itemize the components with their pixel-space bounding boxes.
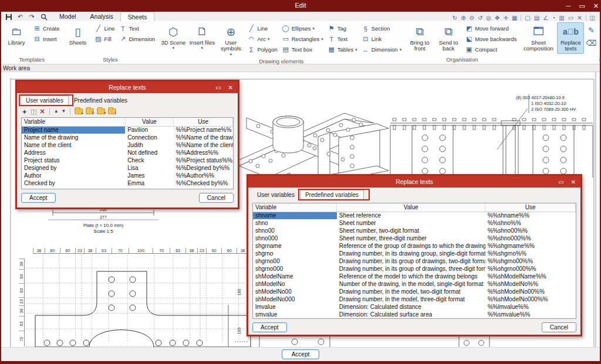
library-button[interactable]: 🗀 Library bbox=[3, 22, 30, 54]
refresh-icon[interactable]: ↺ bbox=[478, 15, 482, 21]
refresh-folder-icon[interactable]: ↻ bbox=[86, 108, 94, 114]
sheet-composition-button[interactable]: 🗔 Sheet composition bbox=[521, 22, 555, 54]
table-row[interactable]: shgrno000Drawing number, in its group of… bbox=[253, 265, 576, 273]
minimize-button[interactable]: ─ bbox=[566, 2, 571, 9]
table-row[interactable]: shnameSheet reference%%shname%% bbox=[253, 212, 576, 219]
dimension-style-button[interactable]: ↗ Dimension bbox=[117, 34, 156, 44]
protractor-icon[interactable]: ∠ bbox=[543, 15, 548, 21]
sheets-style-button[interactable]: ▯ Sheets bbox=[65, 22, 92, 54]
move-backwards-button[interactable]: ⬕ Move backwards bbox=[464, 34, 518, 44]
dialog-close-button[interactable]: ✕ bbox=[571, 179, 576, 185]
table-row[interactable]: Project statusCheck%%Project status%% bbox=[22, 157, 233, 164]
tab-model[interactable]: Model bbox=[52, 12, 83, 21]
section-button[interactable]: § Section bbox=[360, 23, 403, 33]
close-view-icon[interactable]: ✕ bbox=[577, 15, 582, 21]
pan-icon[interactable]: ✥ bbox=[495, 15, 499, 21]
save-icon[interactable] bbox=[5, 13, 12, 21]
dimension-button[interactable]: ↔ Dimension▾ bbox=[360, 45, 403, 55]
create-template-button[interactable]: ⊞ Create bbox=[32, 23, 61, 33]
dialog-title-bar[interactable]: Replace texts ▭ ✕ bbox=[17, 81, 238, 93]
tab-user-variables[interactable]: User variables bbox=[21, 96, 69, 106]
add-variable-icon[interactable]: ＋ bbox=[21, 108, 28, 115]
table-row[interactable]: Project namePavilion%%Project name%% bbox=[22, 126, 233, 134]
column-header-value[interactable]: Value bbox=[125, 118, 174, 126]
3d-scene-button[interactable]: ⬡ 3D Scene ▾ bbox=[160, 22, 187, 54]
bring-to-front-button[interactable]: ⧉ Bring to front bbox=[406, 22, 433, 54]
ellipses-button[interactable]: ◯ Ellipses▾ bbox=[281, 23, 325, 33]
grid-icon[interactable]: ▥ bbox=[559, 15, 564, 21]
table-row[interactable]: shgrno00Drawing number, in its group of … bbox=[253, 257, 576, 265]
text-style-button[interactable]: T Text bbox=[117, 23, 156, 33]
fill-style-button[interactable]: ▨ Fill bbox=[93, 34, 116, 44]
zoom-orbit-icon[interactable]: ↻ bbox=[453, 15, 457, 21]
redo-icon[interactable]: ↷ bbox=[28, 13, 36, 21]
tab-predefined-variables[interactable]: Predefined variables bbox=[300, 190, 364, 200]
move-up-icon[interactable]: ▲ bbox=[54, 108, 59, 115]
dialog-maximize-button[interactable]: ▭ bbox=[558, 179, 563, 185]
table-row[interactable]: Designed byLisa%%Designed by%% bbox=[22, 164, 233, 172]
column-header-use[interactable]: Use bbox=[485, 203, 576, 212]
close-button[interactable]: ✕ bbox=[593, 2, 599, 10]
import-folder-icon[interactable]: ▾ bbox=[97, 108, 105, 114]
eraser-icon[interactable]: ⌫ bbox=[586, 38, 596, 48]
table-row[interactable]: shModelNo000Drawing number, in the model… bbox=[253, 295, 576, 303]
table-row[interactable]: shno000Sheet number, three-digit number%… bbox=[253, 234, 576, 242]
dialog-maximize-button[interactable]: ▭ bbox=[215, 84, 221, 91]
delete-variable-icon[interactable]: ✕ bbox=[39, 108, 45, 115]
open-folder-icon[interactable]: ▸ bbox=[75, 108, 83, 114]
zoom-window-icon[interactable]: ◎ bbox=[486, 15, 491, 21]
accept-button[interactable]: Accept bbox=[252, 322, 287, 332]
cancel-button[interactable]: Cancel bbox=[542, 322, 576, 332]
table-row[interactable]: shModelNoNumber of the drawing, in the m… bbox=[253, 280, 576, 288]
dialog-title-bar[interactable]: Replace texts ▭ ✕ bbox=[248, 176, 580, 188]
rectangles-button[interactable]: ▭ Rectangles▾ bbox=[281, 34, 325, 44]
table-row[interactable]: AuthorJames%%Author%% bbox=[22, 172, 233, 179]
clock-icon[interactable]: ◔ bbox=[552, 15, 555, 21]
undo-icon[interactable]: ↶ bbox=[16, 13, 24, 21]
dialog-close-button[interactable]: ✕ bbox=[228, 84, 233, 91]
cancel-button[interactable]: Cancel bbox=[199, 193, 234, 203]
compact-button[interactable]: ▣ Compact bbox=[464, 45, 518, 55]
line-button[interactable]: ╱ Line bbox=[246, 23, 278, 33]
table-row[interactable]: Checked byEmma%%Checked by%% bbox=[22, 179, 233, 187]
arc-button[interactable]: ◠ Arc▾ bbox=[246, 34, 278, 44]
table-row[interactable]: shModelNo00Drawing number, in the model,… bbox=[253, 288, 576, 295]
user-symbols-button[interactable]: ⊕ User symbols ▾ bbox=[217, 22, 244, 57]
table-row[interactable]: AddressNot defined%%Address%% bbox=[22, 149, 233, 157]
column-header-value[interactable]: Value bbox=[337, 203, 485, 212]
replace-texts-button[interactable]: a⃕b Replace texts bbox=[557, 22, 584, 54]
screen-icon[interactable]: ▦ bbox=[512, 15, 517, 21]
pencil-icon[interactable]: ✎ bbox=[586, 25, 596, 35]
text-box-button[interactable]: ▤ Text box bbox=[281, 45, 325, 55]
tag-button[interactable]: ⚑ Tag bbox=[326, 23, 359, 33]
move-forward-button[interactable]: ◩ Move forward bbox=[464, 23, 518, 33]
table-row[interactable]: smvalueDimension: Calculated surface are… bbox=[253, 311, 576, 318]
accept-button[interactable]: Accept bbox=[21, 193, 56, 203]
line-style-button[interactable]: ╱ Line bbox=[93, 23, 116, 33]
comment-icon[interactable]: ▭ bbox=[568, 15, 573, 21]
tables-button[interactable]: ▦ Tables▾ bbox=[326, 45, 359, 55]
tab-analysis[interactable]: Analysis bbox=[83, 12, 120, 21]
status-accept-button[interactable]: Accept bbox=[282, 349, 320, 359]
insert-template-button[interactable]: ⊟ Insert bbox=[32, 34, 61, 44]
column-header-use[interactable]: Use bbox=[174, 118, 233, 126]
table-row[interactable]: shno00Sheet number, two-digit format%%sh… bbox=[253, 227, 576, 234]
ruler-icon[interactable]: ▤ bbox=[534, 15, 539, 21]
layout-panels-icon[interactable]: ◫ bbox=[590, 15, 595, 21]
maximize-button[interactable]: ▭ bbox=[579, 2, 585, 10]
text-button[interactable]: T Text bbox=[326, 34, 359, 44]
table-row[interactable]: lmvalueDimension: Calculated distance%%l… bbox=[253, 303, 576, 311]
polygon-button[interactable]: Σ Polygon bbox=[246, 45, 278, 55]
column-header-variable[interactable]: Variable bbox=[253, 203, 337, 212]
rectangle-tool-icon[interactable]: ▢ bbox=[525, 15, 530, 21]
tab-sheets[interactable]: Sheets bbox=[120, 12, 155, 21]
tab-user-variables[interactable]: User variables bbox=[252, 190, 300, 200]
link-button[interactable]: ⊡ Link bbox=[360, 34, 403, 44]
table-row[interactable]: shModelNameReference of the model to whi… bbox=[253, 273, 576, 280]
table-row[interactable]: shgrnoDrawing number, in its drawing gro… bbox=[253, 250, 576, 257]
search-icon[interactable] bbox=[40, 13, 48, 21]
table-row[interactable]: shgrnameReference of the group of drawin… bbox=[253, 242, 576, 250]
table-row[interactable]: Name of the drawingConnection%%Name of t… bbox=[22, 134, 233, 141]
table-row[interactable]: Name of the clientJudith%%Name of the cl… bbox=[22, 141, 233, 149]
zoom-previous-icon[interactable]: ⊖ bbox=[470, 15, 474, 21]
